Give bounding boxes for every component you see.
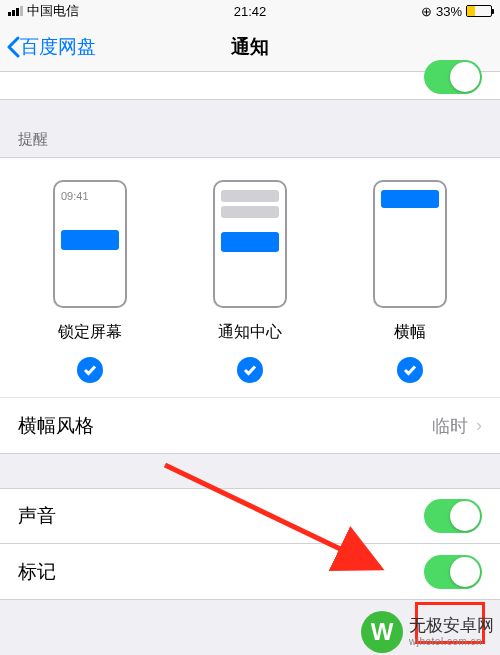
style-banner[interactable]: 横幅	[373, 180, 447, 383]
style-label: 锁定屏幕	[53, 322, 127, 343]
toggle-switch[interactable]	[424, 555, 482, 589]
watermark-en: wjhotel.com.cn	[409, 636, 494, 647]
battery-icon	[466, 5, 492, 17]
toggle-switch[interactable]	[424, 60, 482, 94]
row-label: 横幅风格	[18, 413, 94, 439]
style-notification-center[interactable]: 通知中心	[213, 180, 287, 383]
style-lock-screen[interactable]: 09:41 锁定屏幕	[53, 180, 127, 383]
banner-style-row[interactable]: 横幅风格 临时 ›	[0, 397, 500, 453]
status-bar: 中国电信 21:42 ⊕ 33%	[0, 0, 500, 22]
alert-styles-panel: 09:41 锁定屏幕 通知中心 横幅	[0, 157, 500, 454]
signal-icon	[8, 6, 23, 16]
banner-preview-icon	[373, 180, 447, 308]
navigation-bar: 百度网盘 通知	[0, 22, 500, 72]
row-label: 标记	[18, 559, 56, 585]
checkmark-icon	[237, 357, 263, 383]
orientation-lock-icon: ⊕	[421, 4, 432, 19]
row-label: 声音	[18, 503, 56, 529]
watermark-logo-icon: W	[361, 611, 403, 653]
sound-toggle-row[interactable]: 声音	[0, 488, 500, 544]
style-label: 通知中心	[213, 322, 287, 343]
annotation-highlight-box	[415, 602, 485, 644]
clock-label: 21:42	[234, 4, 267, 19]
watermark: W 无极安卓网 wjhotel.com.cn	[361, 611, 494, 653]
back-label: 百度网盘	[20, 34, 96, 60]
badge-toggle-row[interactable]: 标记	[0, 544, 500, 600]
lock-screen-preview-icon: 09:41	[53, 180, 127, 308]
back-button[interactable]: 百度网盘	[0, 34, 96, 60]
toggle-switch[interactable]	[424, 499, 482, 533]
carrier-label: 中国电信	[27, 2, 79, 20]
chevron-right-icon: ›	[476, 415, 482, 436]
battery-pct-label: 33%	[436, 4, 462, 19]
style-label: 横幅	[373, 322, 447, 343]
chevron-left-icon	[6, 36, 20, 58]
checkmark-icon	[397, 357, 423, 383]
section-header-reminders: 提醒	[0, 100, 500, 157]
row-value: 临时	[432, 414, 468, 438]
checkmark-icon	[77, 357, 103, 383]
notification-center-preview-icon	[213, 180, 287, 308]
watermark-cn: 无极安卓网	[409, 617, 494, 636]
allow-notifications-row-partial[interactable]	[0, 72, 500, 100]
